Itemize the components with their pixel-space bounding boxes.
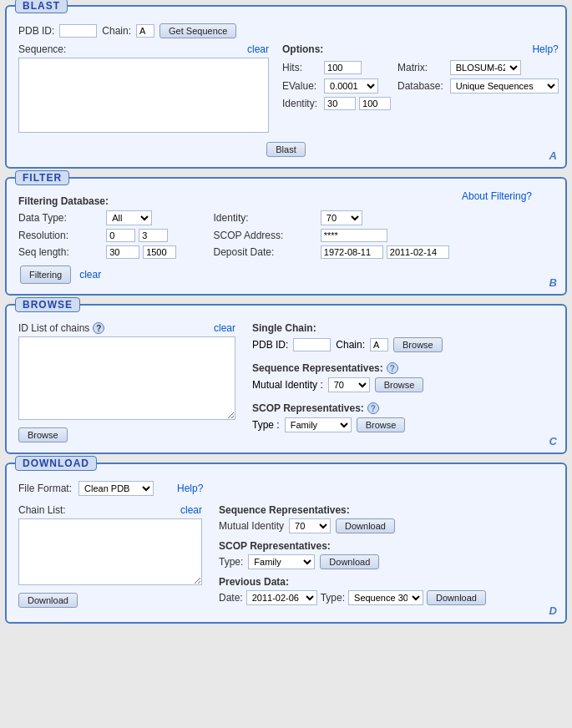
blast-chain-input[interactable]	[136, 24, 154, 38]
filter-title: FILTER	[15, 170, 69, 185]
blast-clear-link[interactable]: clear	[247, 43, 269, 55]
sc-pdb-label: PDB ID:	[252, 339, 288, 351]
filter-clear-link[interactable]: clear	[79, 265, 101, 284]
hits-input[interactable]	[324, 61, 362, 74]
blast-pdb-id-input[interactable]	[59, 24, 97, 38]
blast-button[interactable]: Blast	[266, 142, 305, 157]
identity-label: Identity:	[282, 98, 317, 109]
browse-title: BROWSE	[15, 297, 80, 312]
seqlen-from-input[interactable]	[106, 245, 139, 259]
resolution-to-input[interactable]	[139, 229, 168, 242]
options-label: Options:	[282, 43, 323, 55]
matrix-label: Matrix:	[397, 62, 443, 73]
browse-letter: C	[549, 435, 557, 447]
id-list-textarea[interactable]	[18, 336, 235, 420]
scop-reps-label: SCOP Representatives:	[252, 402, 364, 414]
identity-from-input[interactable]	[324, 97, 356, 110]
browse-clear-link[interactable]: clear	[214, 322, 235, 334]
datatype-label: Data Type:	[18, 212, 99, 224]
dl-date-sublabel: Date:	[219, 592, 243, 604]
dl-seq-reps-label: Sequence Representatives:	[219, 504, 554, 516]
matrix-select[interactable]: BLOSUM-62 BLOSUM-45 BLOSUM-80 PAM30 PAM7…	[450, 60, 521, 75]
seq-reps-browse-button[interactable]: Browse	[375, 377, 424, 392]
filter-identity-label: Identity:	[214, 212, 314, 224]
resolution-label: Resolution:	[18, 230, 99, 241]
deposit-label: Deposit Date:	[214, 246, 314, 258]
dl-mutual-id-select[interactable]: 70 30405060 809095100	[289, 518, 331, 533]
database-select[interactable]: Unique Sequences All Chains	[450, 78, 559, 94]
dl-type2-sublabel: Type:	[321, 592, 345, 604]
download-section: DOWNLOAD File Format: Clean PDB PDB FAST…	[5, 463, 567, 624]
dl-scop-type-select[interactable]: Family Superfamily Fold Class	[248, 554, 315, 569]
scop-reps-browse-button[interactable]: Browse	[357, 417, 406, 432]
scop-reps-help-icon[interactable]: ?	[367, 402, 379, 414]
browse-section: BROWSE ID List of chains ? clear Browse …	[5, 304, 567, 454]
scop-addr-label: SCOP Address:	[214, 230, 314, 241]
deposit-from-input[interactable]	[321, 245, 383, 259]
file-format-label: File Format:	[18, 483, 72, 494]
seq-reps-download-button[interactable]: Download	[336, 518, 395, 533]
dl-prev-data-label: Previous Data:	[219, 576, 554, 588]
sc-browse-button[interactable]: Browse	[393, 337, 443, 352]
filter-letter: B	[549, 276, 557, 289]
download-help-link[interactable]: Help?	[177, 483, 203, 494]
blast-title: BLAST	[15, 0, 68, 13]
evalue-label: EValue:	[282, 80, 317, 92]
identity-to-input[interactable]	[359, 97, 391, 110]
chain-label: Chain:	[102, 25, 131, 37]
database-label: Database:	[397, 80, 443, 92]
id-list-label: ID List of chains	[18, 322, 89, 334]
blast-help-link[interactable]: Help?	[532, 43, 558, 55]
sequence-label: Sequence:	[18, 43, 66, 55]
blast-letter: A	[549, 149, 557, 162]
dl-type2-select[interactable]: Sequence 30 Sequence 40 Sequence 50 SCOP…	[348, 590, 423, 605]
dl-scop-reps-label: SCOP Representatives:	[219, 540, 554, 552]
sc-chain-input[interactable]	[370, 338, 388, 351]
id-list-help-icon[interactable]: ?	[93, 322, 104, 334]
dl-scop-type-sublabel: Type:	[219, 556, 243, 568]
browse-mutual-id-select[interactable]: 70 30405060 809095100	[328, 377, 370, 392]
dl-mutual-id-sublabel: Mutual Identity	[219, 520, 284, 532]
seqlen-to-input[interactable]	[143, 245, 176, 259]
scop-addr-input[interactable]	[321, 229, 387, 242]
scop-reps-download-button[interactable]: Download	[320, 554, 379, 569]
single-chain-label: Single Chain:	[252, 322, 554, 334]
browse-type-label: Type :	[252, 419, 280, 431]
chain-list-textarea[interactable]	[18, 518, 202, 585]
seq-reps-label: Sequence Representatives:	[252, 362, 383, 374]
prev-data-download-button[interactable]: Download	[427, 590, 486, 605]
sc-chain-label: Chain:	[336, 339, 365, 351]
browse-type-select[interactable]: Family Superfamily Fold Class	[285, 417, 352, 432]
dl-clear-link[interactable]: clear	[180, 504, 202, 516]
about-filtering-link[interactable]: About Filtering?	[462, 190, 532, 202]
filter-section: FILTER About Filtering? Filtering Databa…	[5, 177, 567, 296]
evalue-select[interactable]: 0.0001 0.001 0.01 0.1 1 10	[324, 78, 378, 94]
format-select[interactable]: Clean PDB PDB FASTA CIF	[78, 481, 154, 496]
chain-list-label: Chain List:	[18, 504, 66, 516]
deposit-to-input[interactable]	[387, 245, 449, 259]
dl-date-select[interactable]: 2011-02-06 2011-01-01 2010-12-01	[246, 590, 317, 605]
seq-reps-help-icon[interactable]: ?	[387, 362, 398, 374]
chain-list-download-button[interactable]: Download	[18, 593, 78, 608]
browse-id-list-button[interactable]: Browse	[18, 427, 68, 442]
datatype-select[interactable]: All X-ray NMR EM	[106, 210, 152, 225]
filter-identity-select[interactable]: 70 30405060 809095100	[321, 210, 362, 225]
sequence-input[interactable]	[18, 58, 269, 133]
seqlen-label: Seq length:	[18, 246, 99, 258]
get-sequence-button[interactable]: Get Sequence	[159, 23, 236, 38]
resolution-from-input[interactable]	[106, 229, 135, 242]
sc-pdb-input[interactable]	[293, 338, 331, 351]
hits-label: Hits:	[282, 62, 317, 73]
pdb-id-label: PDB ID:	[18, 25, 54, 37]
filtering-button[interactable]: Filtering	[20, 265, 71, 284]
download-letter: D	[549, 604, 557, 617]
download-title: DOWNLOAD	[15, 456, 97, 471]
mutual-id-label: Mutual Identity :	[252, 379, 323, 391]
blast-section: BLAST PDB ID: Chain: Get Sequence Sequen…	[5, 5, 567, 169]
